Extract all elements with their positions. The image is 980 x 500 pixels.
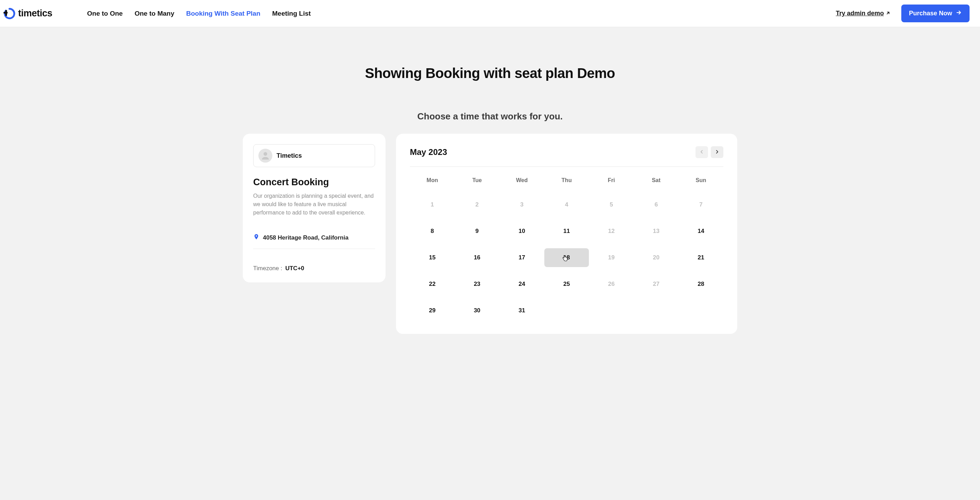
external-arrow-icon xyxy=(884,9,893,18)
arrow-right-icon xyxy=(956,10,962,17)
timezone-row: Timezone : UTC+0 xyxy=(253,265,375,272)
svg-point-2 xyxy=(264,152,267,156)
calendar-day[interactable]: 29 xyxy=(410,301,455,320)
pointer-cursor-icon xyxy=(562,254,568,264)
nav-one-to-many[interactable]: One to Many xyxy=(134,10,174,17)
calendar-day[interactable]: 25 xyxy=(544,275,589,294)
info-card: Timetics Concert Booking Our organizatio… xyxy=(243,134,385,283)
calendar-day[interactable]: 21 xyxy=(678,248,723,267)
calendar-dow: Thu xyxy=(544,175,589,188)
page-subtitle: Choose a time that works for you. xyxy=(243,111,737,122)
calendar-prev-button[interactable] xyxy=(695,146,708,158)
calendar-card: May 2023 MonTueWedThuFriSatSun1234567891… xyxy=(396,134,737,334)
location-text: 4058 Heritage Road, California xyxy=(263,234,348,241)
calendar-day: 2 xyxy=(455,195,500,214)
calendar-day: 7 xyxy=(678,195,723,214)
calendar-dow: Mon xyxy=(410,175,455,188)
nav-booking-seat-plan[interactable]: Booking With Seat Plan xyxy=(186,10,260,17)
calendar-day[interactable]: 30 xyxy=(455,301,500,320)
calendar-day: 4 xyxy=(544,195,589,214)
main-nav: One to One One to Many Booking With Seat… xyxy=(87,10,311,17)
page-wrap: Showing Booking with seat plan Demo Choo… xyxy=(222,65,758,355)
brand-logo[interactable]: timetics xyxy=(3,8,52,19)
calendar-day[interactable]: 8 xyxy=(410,222,455,241)
calendar-day[interactable]: 18 xyxy=(544,248,589,267)
calendar-grid: MonTueWedThuFriSatSun1234567891011121314… xyxy=(410,175,723,320)
calendar-dow: Wed xyxy=(500,175,544,188)
calendar-day[interactable]: 9 xyxy=(455,222,500,241)
calendar-nav xyxy=(695,146,723,158)
calendar-day: 3 xyxy=(500,195,544,214)
calendar-day: 5 xyxy=(589,195,634,214)
calendar-next-button[interactable] xyxy=(711,146,723,158)
calendar-dow: Fri xyxy=(589,175,634,188)
brand-mark-icon xyxy=(3,8,15,19)
calendar-day[interactable]: 28 xyxy=(678,275,723,294)
calendar-header: May 2023 xyxy=(410,146,723,167)
calendar-day[interactable]: 17 xyxy=(500,248,544,267)
calendar-day: 6 xyxy=(634,195,679,214)
try-admin-demo-link[interactable]: Try admin demo xyxy=(836,10,891,17)
panels: Timetics Concert Booking Our organizatio… xyxy=(243,134,737,334)
timezone-value: UTC+0 xyxy=(285,265,304,271)
calendar-day[interactable]: 23 xyxy=(455,275,500,294)
chevron-right-icon xyxy=(714,149,719,155)
calendar-day[interactable]: 14 xyxy=(678,222,723,241)
owner-chip[interactable]: Timetics xyxy=(253,144,375,167)
calendar-day: 12 xyxy=(589,222,634,241)
calendar-day[interactable]: 16 xyxy=(455,248,500,267)
svg-point-3 xyxy=(256,235,257,237)
calendar-day: 13 xyxy=(634,222,679,241)
calendar-month-label: May 2023 xyxy=(410,147,447,157)
location-row: 4058 Heritage Road, California xyxy=(253,233,375,249)
calendar-day[interactable]: 11 xyxy=(544,222,589,241)
svg-rect-1 xyxy=(3,11,8,13)
calendar-day: 1 xyxy=(410,195,455,214)
calendar-day[interactable]: 15 xyxy=(410,248,455,267)
avatar-icon xyxy=(258,149,272,163)
topbar-right: Try admin demo Purchase Now xyxy=(836,5,970,22)
brand-name: timetics xyxy=(18,8,52,19)
calendar-day: 20 xyxy=(634,248,679,267)
calendar-dow: Tue xyxy=(455,175,500,188)
calendar-day[interactable]: 24 xyxy=(500,275,544,294)
owner-name: Timetics xyxy=(277,152,302,159)
booking-title: Concert Booking xyxy=(253,177,375,188)
nav-meeting-list[interactable]: Meeting List xyxy=(272,10,311,17)
calendar-day: 19 xyxy=(589,248,634,267)
calendar-day[interactable]: 22 xyxy=(410,275,455,294)
calendar-day[interactable]: 31 xyxy=(500,301,544,320)
calendar-dow: Sun xyxy=(678,175,723,188)
calendar-day: 26 xyxy=(589,275,634,294)
calendar-day: 27 xyxy=(634,275,679,294)
page-title: Showing Booking with seat plan Demo xyxy=(243,65,737,81)
calendar-dow: Sat xyxy=(634,175,679,188)
purchase-now-label: Purchase Now xyxy=(909,10,952,17)
timezone-label: Timezone : xyxy=(253,265,282,271)
topbar: timetics One to One One to Many Booking … xyxy=(0,0,980,27)
calendar-day[interactable]: 10 xyxy=(500,222,544,241)
nav-one-to-one[interactable]: One to One xyxy=(87,10,123,17)
booking-description: Our organization is planning a special e… xyxy=(253,192,375,217)
purchase-now-button[interactable]: Purchase Now xyxy=(901,5,970,22)
try-admin-demo-label: Try admin demo xyxy=(836,10,884,17)
location-pin-icon xyxy=(253,233,259,242)
chevron-left-icon xyxy=(699,149,704,155)
